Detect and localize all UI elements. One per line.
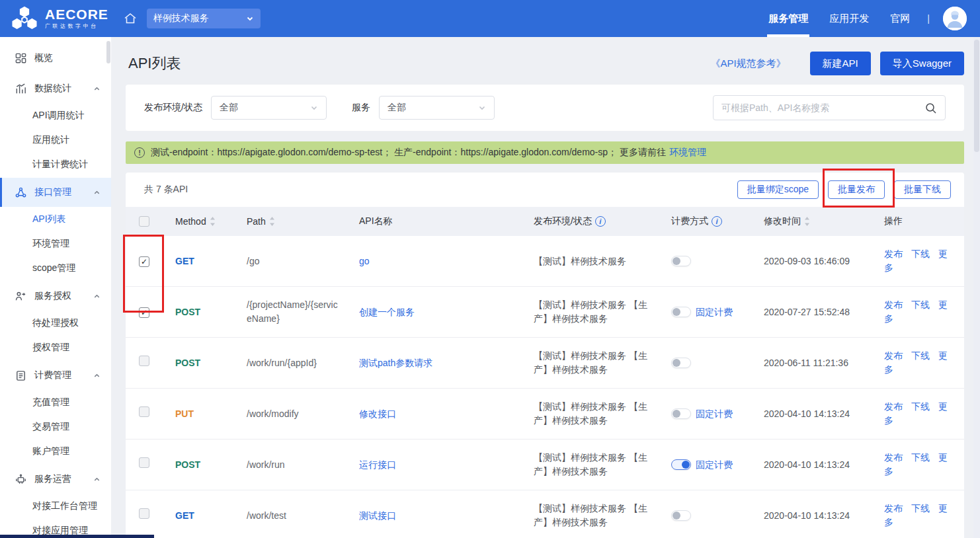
billing-type-link[interactable]: 固定计费 (696, 458, 733, 472)
sidebar-item-data-stats[interactable]: 数据统计 (0, 74, 111, 103)
sidebar-subitem-auth-manage[interactable]: 授权管理 (0, 335, 111, 360)
api-name-link[interactable]: 测试path参数请求 (359, 358, 432, 368)
api-name-link[interactable]: 创建一个服务 (359, 307, 415, 317)
chevron-up-icon[interactable] (93, 293, 101, 300)
method-cell: PUT (167, 396, 238, 432)
env-manage-link[interactable]: 环境管理 (669, 147, 706, 159)
import-swagger-button[interactable]: 导入Swagger (880, 52, 964, 75)
publish-link[interactable]: 发布 (884, 503, 903, 514)
offline-link[interactable]: 下线 (911, 503, 930, 514)
api-name-link[interactable]: 修改接口 (359, 408, 396, 419)
sidebar-item-overview[interactable]: 概览 (0, 44, 111, 73)
sidebar-subitem-workbench-manage[interactable]: 对接工作台管理 (0, 494, 111, 518)
sidebar-subitem-trade-manage[interactable]: 交易管理 (0, 414, 111, 439)
env-status-filter-select[interactable]: 全部 (211, 96, 327, 120)
api-name-link[interactable]: 测试接口 (359, 510, 396, 521)
brand-logo[interactable]: AECORE 广联达数字中台 (11, 6, 108, 31)
sidebar-subitem-app-stats[interactable]: 应用统计 (0, 128, 111, 152)
offline-link[interactable]: 下线 (911, 452, 930, 463)
billing-type-link[interactable]: 固定计费 (696, 407, 733, 421)
new-api-button[interactable]: 新建API (810, 52, 871, 75)
bar-chart-icon (15, 83, 27, 95)
sidebar-subitem-recharge-manage[interactable]: 充值管理 (0, 390, 111, 414)
sidebar-item-api-manage[interactable]: 接口管理 (0, 178, 111, 207)
search-input[interactable] (721, 102, 924, 113)
batch-offline-button[interactable]: 批量下线 (894, 180, 951, 199)
publish-link[interactable]: 发布 (884, 299, 903, 310)
service-filter-select[interactable]: 全部 (379, 96, 495, 120)
publish-link[interactable]: 发布 (884, 452, 903, 463)
method-cell: GET (167, 498, 238, 534)
search-icon[interactable] (924, 102, 937, 114)
home-icon[interactable] (123, 11, 138, 26)
topbar-nav-official-site[interactable]: 官网 (890, 0, 910, 37)
row-checkbox[interactable] (139, 508, 149, 519)
actions-cell: 发布下线更多 (876, 490, 964, 538)
path-cell: /work/test (238, 498, 347, 534)
publish-link[interactable]: 发布 (884, 249, 903, 259)
batch-publish-button[interactable]: 批量发布 (828, 180, 885, 199)
page-header: API列表 《API规范参考》 新建API 导入Swagger (126, 37, 964, 85)
sidebar-subitem-scope-manage[interactable]: scope管理 (0, 256, 111, 280)
sidebar-subitem-pending-auth[interactable]: 待处理授权 (0, 311, 111, 335)
sidebar-subitem-api-call-stats[interactable]: API调用统计 (0, 103, 111, 128)
chevron-down-icon (246, 15, 254, 22)
sidebar-subitem-account-manage[interactable]: 账户管理 (0, 439, 111, 463)
endpoint-banner-text: 测试-endpoint：https://apigate.glodon.com/d… (151, 147, 666, 159)
main-content: API列表 《API规范参考》 新建API 导入Swagger 发布环境/状态 … (111, 37, 980, 538)
topbar-nav-app-dev[interactable]: 应用开发 (829, 0, 869, 37)
api-name-link[interactable]: 运行接口 (359, 459, 396, 470)
sidebar-scrollbar[interactable] (106, 41, 110, 63)
sort-icon[interactable] (210, 217, 216, 226)
operation-icon (15, 473, 27, 486)
sort-icon[interactable] (804, 217, 810, 226)
publish-link[interactable]: 发布 (884, 350, 903, 361)
offline-link[interactable]: 下线 (911, 299, 930, 310)
billing-toggle[interactable] (671, 307, 691, 317)
batch-bind-scope-button[interactable]: 批量绑定scope (737, 180, 819, 199)
topbar-nav-service-manage[interactable]: 服务管理 (768, 0, 808, 37)
table-row: ✓GET/gogo【测试】样例技术服务2020-09-03 16:46:09发布… (126, 236, 964, 287)
chevron-up-icon[interactable] (93, 372, 101, 379)
sidebar-item-service-auth[interactable]: 服务授权 (0, 282, 111, 311)
sidebar-subitem-metering-billing-stats[interactable]: 计量计费统计 (0, 152, 111, 176)
row-checkbox[interactable]: ✓ (139, 307, 149, 318)
page-scrollbar[interactable] (973, 37, 980, 538)
service-filter-label: 服务 (352, 102, 370, 114)
info-icon[interactable]: i (712, 216, 722, 227)
sidebar-subitem-api-list[interactable]: API列表 (0, 207, 111, 231)
chevron-up-icon[interactable] (93, 85, 101, 93)
path-cell: /work/run/{appId} (238, 345, 347, 381)
info-icon[interactable]: i (595, 216, 606, 227)
offline-link[interactable]: 下线 (911, 249, 930, 259)
sidebar: 概览数据统计API调用统计应用统计计量计费统计接口管理API列表环境管理scop… (0, 37, 111, 538)
billing-type-link[interactable]: 固定计费 (696, 305, 733, 319)
row-checkbox[interactable] (139, 406, 149, 417)
alert-icon: ! (134, 147, 145, 158)
billing-toggle[interactable] (671, 358, 691, 368)
chevron-up-icon[interactable] (93, 189, 101, 196)
modified-time-cell: 2020-04-10 14:13:24 (755, 396, 876, 432)
api-spec-reference-link[interactable]: 《API规范参考》 (710, 58, 786, 70)
api-name-link[interactable]: go (359, 256, 370, 266)
billing-toggle[interactable] (671, 459, 691, 470)
sidebar-subitem-env-manage[interactable]: 环境管理 (0, 231, 111, 256)
chevron-up-icon[interactable] (93, 476, 101, 483)
billing-toggle[interactable] (671, 510, 691, 521)
service-selector[interactable]: 样例技术服务 (147, 9, 261, 28)
row-checkbox[interactable] (139, 457, 149, 468)
sort-icon[interactable] (269, 217, 275, 226)
sidebar-item-billing-manage[interactable]: 计费管理 (0, 361, 111, 390)
sidebar-item-service-operation[interactable]: 服务运营 (0, 465, 111, 494)
publish-link[interactable]: 发布 (884, 401, 903, 412)
billing-toggle[interactable] (671, 256, 691, 266)
row-checkbox[interactable] (139, 356, 149, 366)
select-all-checkbox[interactable] (139, 216, 149, 227)
offline-link[interactable]: 下线 (911, 401, 930, 412)
offline-link[interactable]: 下线 (911, 350, 930, 361)
billing-toggle[interactable] (671, 408, 691, 419)
search-box (713, 95, 946, 120)
avatar[interactable] (943, 7, 967, 30)
row-checkbox[interactable]: ✓ (139, 256, 149, 267)
modified-time-cell: 2020-07-27 15:52:48 (755, 294, 876, 330)
